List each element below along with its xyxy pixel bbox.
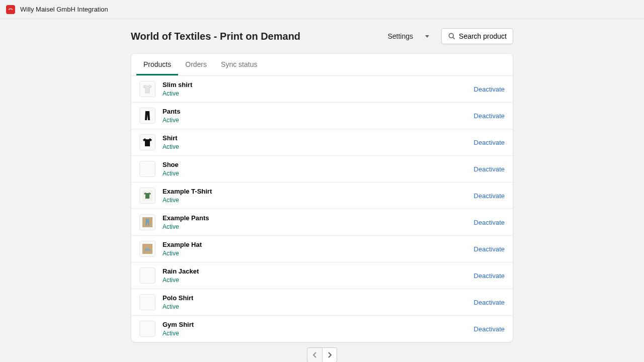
product-name: Slim shirt — [163, 81, 467, 89]
status-badge: Active — [163, 277, 467, 284]
product-name: Gym Shirt — [163, 321, 467, 329]
product-thumb-icon — [139, 108, 155, 124]
table-row[interactable]: PantsActiveDeactivate — [131, 103, 513, 129]
product-thumb-icon — [139, 134, 155, 150]
tabs: ProductsOrdersSync status — [131, 54, 513, 76]
app-title: Willy Maisel GmbH Integration — [20, 6, 108, 13]
product-name: Example Pants — [163, 214, 467, 222]
product-thumb-icon — [139, 321, 155, 337]
deactivate-link[interactable]: Deactivate — [474, 272, 505, 280]
table-row[interactable]: Gym ShirtActiveDeactivate — [131, 316, 513, 342]
svg-line-1 — [453, 37, 454, 39]
status-badge: Active — [163, 250, 467, 257]
product-name: Pants — [163, 108, 467, 116]
product-name: Rain Jacket — [163, 267, 467, 276]
table-row[interactable]: Rain JacketActiveDeactivate — [131, 262, 513, 289]
deactivate-link[interactable]: Deactivate — [474, 219, 505, 226]
page-title: World of Textiles - Print on Demand — [131, 31, 300, 42]
deactivate-link[interactable]: Deactivate — [474, 245, 505, 253]
status-badge: Active — [163, 90, 467, 97]
product-name: Example T-Shirt — [163, 188, 467, 196]
product-name: Polo Shirt — [163, 294, 467, 302]
app-badge-icon — [6, 5, 15, 14]
table-row[interactable]: Slim shirtActiveDeactivate — [131, 76, 513, 103]
status-badge: Active — [163, 197, 467, 204]
prev-page-button — [307, 347, 322, 362]
product-thumb-icon — [139, 267, 155, 284]
settings-label: Settings — [387, 32, 413, 40]
product-thumb-icon — [139, 81, 155, 97]
tab-sync-status[interactable]: Sync status — [214, 54, 264, 75]
product-thumb-icon — [139, 188, 155, 204]
product-name: Example Hat — [163, 241, 467, 249]
table-row[interactable]: Example PantsActiveDeactivate — [131, 209, 513, 236]
deactivate-link[interactable]: Deactivate — [474, 192, 505, 200]
deactivate-link[interactable]: Deactivate — [474, 112, 505, 120]
deactivate-link[interactable]: Deactivate — [474, 139, 505, 146]
product-name: Shirt — [163, 134, 467, 142]
tab-orders[interactable]: Orders — [178, 54, 214, 75]
status-badge: Active — [163, 143, 467, 150]
deactivate-link[interactable]: Deactivate — [474, 299, 505, 306]
status-badge: Active — [163, 117, 467, 124]
product-thumb-icon — [139, 214, 155, 230]
table-row[interactable]: ShirtActiveDeactivate — [131, 129, 513, 156]
chevron-down-icon — [425, 35, 429, 38]
search-label: Search product — [459, 32, 507, 40]
next-page-button[interactable] — [322, 347, 337, 362]
product-name: Shoe — [163, 161, 467, 169]
top-bar: Willy Maisel GmbH Integration — [0, 0, 644, 19]
status-badge: Active — [163, 170, 467, 177]
chevron-left-icon — [311, 351, 318, 358]
svg-point-0 — [449, 33, 453, 38]
deactivate-link[interactable]: Deactivate — [474, 325, 505, 333]
settings-dropdown[interactable]: Settings — [383, 29, 433, 43]
status-badge: Active — [163, 303, 467, 310]
product-thumb-icon — [139, 241, 155, 257]
deactivate-link[interactable]: Deactivate — [474, 165, 505, 173]
chevron-right-icon — [326, 351, 333, 358]
table-row[interactable]: Polo ShirtActiveDeactivate — [131, 289, 513, 316]
products-card: ProductsOrdersSync status Slim shirtActi… — [131, 53, 513, 342]
search-icon — [448, 32, 456, 40]
status-badge: Active — [163, 330, 467, 337]
status-badge: Active — [163, 223, 467, 230]
table-row[interactable]: Example T-ShirtActiveDeactivate — [131, 183, 513, 209]
table-row[interactable]: ShoeActiveDeactivate — [131, 156, 513, 183]
product-thumb-icon — [139, 294, 155, 310]
tab-products[interactable]: Products — [136, 54, 178, 75]
product-thumb-icon — [139, 161, 155, 177]
pagination — [131, 347, 513, 362]
deactivate-link[interactable]: Deactivate — [474, 85, 505, 93]
search-product-button[interactable]: Search product — [441, 28, 513, 44]
table-row[interactable]: Example HatActiveDeactivate — [131, 236, 513, 262]
